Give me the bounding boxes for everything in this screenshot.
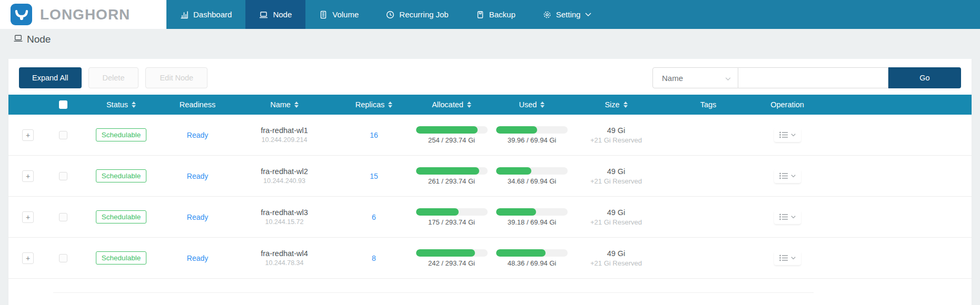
column-label: Operation	[770, 100, 804, 109]
column-label: Used	[519, 100, 537, 109]
used-progress: 39.96 / 69.94 Gi	[496, 126, 568, 144]
nav-item-recurring-job[interactable]: Recurring Job	[372, 0, 462, 29]
backup-icon	[476, 11, 484, 19]
filter-field-value: Name	[662, 74, 683, 83]
size-reserved: +21 Gi Reserved	[590, 259, 642, 267]
sort-icon	[294, 101, 299, 108]
expand-row-button[interactable]: +	[22, 170, 34, 182]
operation-menu-button[interactable]	[774, 169, 801, 183]
allocated-label: 254 / 293.74 Gi	[428, 136, 475, 144]
column-header-name[interactable]: Name	[232, 100, 337, 109]
allocated-progress-fill	[416, 167, 480, 175]
size-reserved: +21 Gi Reserved	[590, 136, 642, 144]
filter-field-select[interactable]: Name	[652, 67, 738, 88]
page-header: Node	[0, 29, 980, 50]
replicas-count-link[interactable]: 15	[370, 172, 378, 180]
replicas-count-link[interactable]: 16	[370, 131, 378, 139]
size-value: 49 Gi	[590, 249, 642, 258]
node-ip: 10.244.240.93	[261, 177, 308, 185]
delete-button[interactable]: Delete	[88, 67, 139, 88]
nav-item-label: Node	[273, 10, 292, 19]
used-label: 48.36 / 69.94 Gi	[508, 259, 557, 267]
readiness-link[interactable]: Ready	[187, 254, 208, 262]
expand-row-button[interactable]: +	[22, 129, 34, 141]
edit-node-button[interactable]: Edit Node	[145, 67, 207, 88]
allocated-label: 242 / 293.74 Gi	[428, 259, 475, 267]
allocated-progress-fill	[416, 126, 478, 134]
list-icon	[779, 214, 788, 220]
table-row: + Schedulable Ready fra-redhat-wl1 10.24…	[8, 115, 972, 156]
chevron-down-icon	[791, 134, 796, 137]
table-row: + Schedulable Ready fra-redhat-wl2 10.24…	[8, 156, 972, 197]
nav-item-node[interactable]: Node	[245, 0, 305, 29]
readiness-link[interactable]: Ready	[187, 213, 208, 221]
expand-row-button[interactable]: +	[22, 211, 34, 223]
row-checkbox[interactable]	[59, 254, 67, 262]
replicas-count-link[interactable]: 6	[372, 213, 376, 221]
column-label: Readiness	[180, 100, 216, 109]
used-progress: 39.18 / 69.94 Gi	[496, 208, 568, 226]
node-name: fra-redhat-wl1	[261, 126, 308, 135]
status-badge: Schedulable	[96, 251, 146, 265]
page-title: Node	[27, 34, 51, 45]
expand-all-button[interactable]: Expand All	[19, 67, 82, 88]
column-header-tags: Tags	[661, 100, 756, 109]
search-input[interactable]	[738, 67, 888, 88]
operation-menu-button[interactable]	[774, 128, 801, 142]
longhorn-bull-icon	[11, 4, 32, 25]
table-row: + Schedulable Ready fra-redhat-wl4 10.24…	[8, 238, 972, 279]
column-header-allocated[interactable]: Allocated	[411, 100, 492, 109]
allocated-label: 261 / 293.74 Gi	[428, 177, 475, 185]
allocated-progress: 261 / 293.74 Gi	[416, 167, 488, 185]
nav-item-backup[interactable]: Backup	[462, 0, 529, 29]
operation-menu-button[interactable]	[774, 251, 801, 265]
allocated-progress: 254 / 293.74 Gi	[416, 126, 488, 144]
column-header-replicas[interactable]: Replicas	[337, 100, 411, 109]
used-progress-fill	[496, 208, 536, 216]
allocated-progress-fill	[416, 208, 459, 216]
chevron-down-icon	[791, 175, 796, 178]
sort-icon	[623, 101, 628, 108]
laptop-icon	[259, 11, 268, 19]
used-label: 39.18 / 69.94 Gi	[508, 218, 557, 226]
node-name: fra-redhat-wl4	[261, 249, 308, 258]
used-label: 34.68 / 69.94 Gi	[508, 177, 557, 185]
allocated-progress-fill	[416, 249, 475, 257]
nav-item-setting[interactable]: Setting	[529, 0, 606, 29]
brand-name: LONGHORN	[40, 6, 130, 23]
column-header-readiness: Readiness	[163, 100, 232, 109]
column-label: Name	[270, 100, 291, 109]
sort-icon	[467, 101, 471, 108]
nav-item-volume[interactable]: Volume	[305, 0, 372, 29]
nav-item-label: Setting	[556, 10, 581, 19]
readiness-link[interactable]: Ready	[187, 131, 208, 139]
volume-icon	[319, 11, 328, 19]
row-checkbox[interactable]	[59, 131, 67, 139]
used-progress-fill	[496, 126, 537, 134]
row-checkbox[interactable]	[59, 172, 67, 180]
brand-area[interactable]: LONGHORN	[0, 0, 166, 29]
allocated-progress: 242 / 293.74 Gi	[416, 249, 488, 267]
row-checkbox[interactable]	[59, 213, 67, 221]
column-header-size[interactable]: Size	[571, 100, 661, 109]
nav-item-label: Recurring Job	[399, 10, 448, 19]
sort-icon	[132, 101, 136, 108]
select-all-checkbox[interactable]	[59, 100, 67, 109]
node-ip: 10.244.209.214	[261, 136, 308, 144]
go-button[interactable]: Go	[888, 67, 961, 88]
status-badge: Schedulable	[96, 210, 146, 223]
used-progress-fill	[496, 167, 531, 175]
readiness-link[interactable]: Ready	[187, 172, 208, 180]
size-reserved: +21 Gi Reserved	[590, 177, 642, 185]
column-header-used[interactable]: Used	[492, 100, 571, 109]
size-value: 49 Gi	[590, 167, 642, 176]
size-reserved: +21 Gi Reserved	[590, 218, 642, 226]
expand-row-button[interactable]: +	[22, 252, 34, 264]
column-header-status[interactable]: Status	[79, 100, 163, 109]
column-label: Status	[106, 100, 128, 109]
replicas-count-link[interactable]: 8	[372, 254, 376, 262]
nav-item-dashboard[interactable]: Dashboard	[166, 0, 245, 29]
nav-items: Dashboard Node Volume R	[166, 0, 605, 29]
operation-menu-button[interactable]	[774, 210, 801, 224]
bar-chart-icon	[180, 11, 189, 19]
